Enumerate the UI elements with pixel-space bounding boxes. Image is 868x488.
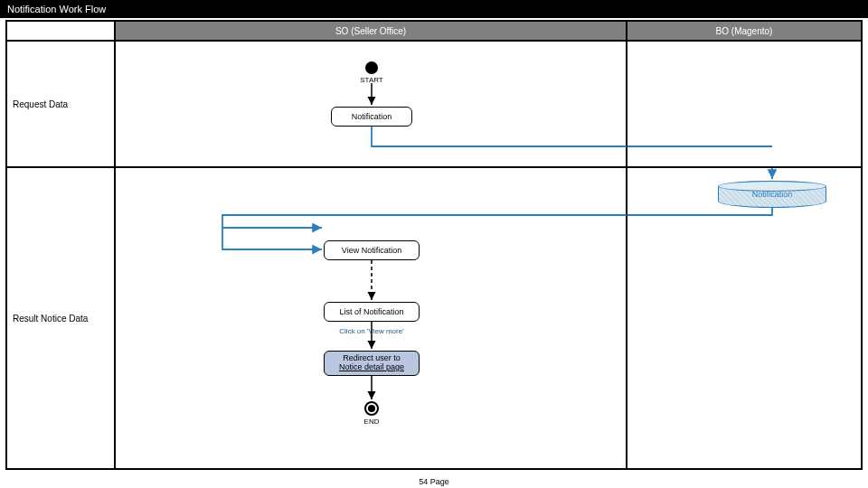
page-footer: 54 Page (0, 477, 868, 486)
header-bo: BO (Magento) (627, 21, 862, 41)
node-redirect: Redirect user to Notice detail page (324, 351, 420, 376)
swimlane-frame: SO (Seller Office) BO (Magento) Request … (5, 20, 863, 470)
label-click: Click on 'View more' (335, 327, 409, 335)
node-list: List of Notification (324, 302, 420, 322)
cell-r1-bo (627, 41, 862, 167)
db-notification: Notification (718, 181, 826, 208)
node-notification: Notification (331, 107, 412, 127)
header-row: SO (Seller Office) BO (Magento) (6, 21, 862, 41)
cell-r2-so: View Notification List of Notification C… (115, 167, 627, 469)
cell-r1-so: START Notification (115, 41, 627, 167)
end-node (364, 401, 379, 416)
start-node (365, 61, 378, 74)
row-label-request: Request Data (6, 41, 115, 167)
redirect-line2: Notice detail page (339, 363, 404, 372)
db-label: Notification (752, 190, 793, 199)
doc-title: Notification Work Flow (7, 4, 106, 14)
node-view: View Notification (324, 240, 420, 260)
row-label-result: Result Notice Data (6, 167, 115, 469)
cell-r2-bo: Notification (627, 167, 862, 469)
end-label: END (360, 418, 383, 426)
header-so: SO (Seller Office) (115, 21, 627, 41)
start-label: START (358, 76, 385, 84)
header-blank (6, 21, 115, 41)
title-bar: Notification Work Flow (0, 0, 868, 18)
